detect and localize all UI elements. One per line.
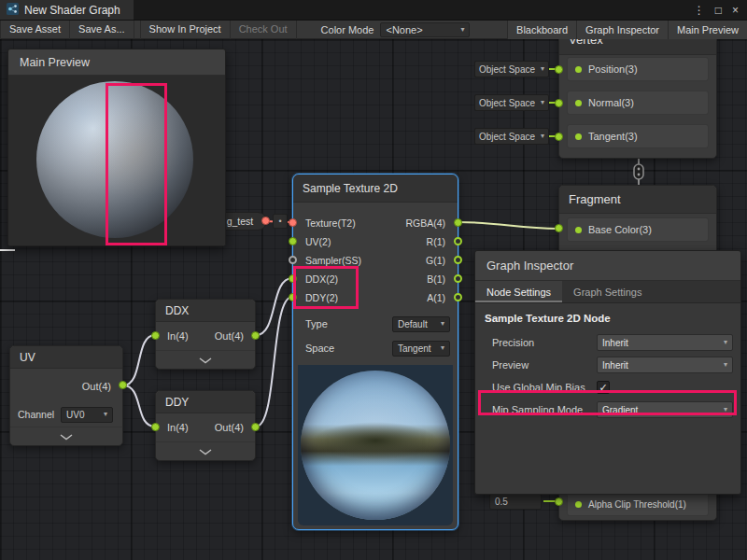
vertex-node-header[interactable]: Vertex xyxy=(559,39,716,55)
property-out-port[interactable] xyxy=(261,217,270,225)
chevron-down-icon: ▾ xyxy=(541,65,544,73)
ddx-collapse-button[interactable] xyxy=(156,350,255,369)
vertex-position-port[interactable] xyxy=(555,65,563,74)
main-preview-toggle[interactable]: Main Preview xyxy=(668,21,747,39)
base-color-slot-label: Base Color(3) xyxy=(588,224,652,235)
mip-sampling-mode-dropdown[interactable]: Gradient ▾ xyxy=(597,401,733,418)
fragment-alphaclip-port[interactable] xyxy=(555,497,563,506)
vertex-fragment-link-icon xyxy=(634,164,643,179)
uv-node-header[interactable]: UV xyxy=(10,346,122,369)
chevron-down-icon: ▾ xyxy=(441,344,444,352)
show-in-project-button[interactable]: Show In Project xyxy=(140,21,231,39)
toolbar: Save Asset Save As... Show In Project Ch… xyxy=(0,21,747,39)
main-preview-panel[interactable]: Main Preview xyxy=(7,49,226,246)
sample-texture-preview xyxy=(298,365,453,525)
tab-graph-settings[interactable]: Graph Settings xyxy=(562,281,653,302)
collapse-chevron-icon xyxy=(198,448,213,455)
uv-out-label: Out(4) xyxy=(82,381,111,392)
g-output-port[interactable] xyxy=(454,256,462,264)
color-mode-label: Color Mode xyxy=(297,24,381,35)
vertex-tangent-port[interactable] xyxy=(555,133,563,141)
uv-input-port[interactable] xyxy=(289,237,297,245)
normal-space-dropdown[interactable]: Object Space▾ xyxy=(474,94,549,111)
chevron-down-icon: ▾ xyxy=(104,411,107,418)
uv-channel-dropdown[interactable]: UV0 ▾ xyxy=(61,407,113,423)
save-as-button[interactable]: Save As... xyxy=(70,21,134,39)
blackboard-toggle[interactable]: Blackboard xyxy=(507,21,576,39)
uv-collapse-button[interactable] xyxy=(10,427,122,445)
sampler-input-port[interactable] xyxy=(289,256,297,264)
wire-ddx-to-sample[interactable] xyxy=(256,278,292,335)
kebab-menu-icon[interactable]: ⋮ xyxy=(694,4,705,17)
uv-out-port[interactable] xyxy=(119,381,127,389)
port-dot-icon xyxy=(575,227,582,233)
port-dot-icon xyxy=(575,133,582,140)
vertex-normal-port[interactable] xyxy=(555,99,563,107)
rgba-output-port[interactable] xyxy=(454,218,462,227)
graph-inspector-toggle[interactable]: Graph Inspector xyxy=(576,21,668,39)
sample-texture-node-header[interactable]: Sample Texture 2D xyxy=(293,175,458,203)
alpha-clip-value: 0.5 xyxy=(495,497,508,507)
main-preview-sphere xyxy=(36,81,193,238)
ddy-input-port[interactable] xyxy=(289,293,297,301)
alpha-clip-value-field[interactable]: 0.5 xyxy=(489,494,542,510)
alpha-clip-slot-label: Alpha Clip Threshold(1) xyxy=(588,499,686,510)
type-label: Type xyxy=(305,318,328,329)
mip-sampling-mode-value: Gradient xyxy=(602,405,638,415)
r-output-port[interactable] xyxy=(454,237,462,245)
space-dropdown[interactable]: Tangent ▾ xyxy=(392,341,450,357)
port-dot-icon xyxy=(575,501,582,508)
ddy-node[interactable]: DDY In(4) Out(4) xyxy=(155,390,256,461)
ddx-in-port[interactable] xyxy=(151,331,160,340)
wire-uv-to-ddx[interactable] xyxy=(123,335,155,385)
a-output-port[interactable] xyxy=(454,293,462,301)
vertex-node[interactable]: Vertex Position(3) Normal(3) Tangent(3) xyxy=(558,39,717,159)
ddx-out-port[interactable] xyxy=(251,331,260,340)
type-dropdown[interactable]: Default ▾ xyxy=(392,316,450,332)
chevron-down-icon: ▾ xyxy=(724,406,727,413)
tab-node-settings[interactable]: Node Settings xyxy=(475,281,562,302)
property-preview-toggle[interactable]: • xyxy=(273,214,288,229)
ddy-collapse-button[interactable] xyxy=(156,441,255,460)
space-label: Space xyxy=(305,343,334,354)
preview-dropdown[interactable]: Inherit ▾ xyxy=(597,357,733,373)
save-asset-button[interactable]: Save Asset xyxy=(0,21,70,39)
graph-inspector-panel[interactable]: Graph Inspector Node Settings Graph Sett… xyxy=(474,250,741,495)
ddy-in-port[interactable] xyxy=(151,423,160,431)
ddy-node-header[interactable]: DDY xyxy=(156,391,255,413)
close-icon[interactable]: × xyxy=(732,4,739,17)
link-dot-bottom xyxy=(638,174,641,176)
maximize-icon[interactable]: □ xyxy=(715,4,722,17)
texture-input-port[interactable] xyxy=(289,218,297,227)
main-preview-header[interactable]: Main Preview xyxy=(8,49,225,76)
fragment-basecolor-port[interactable] xyxy=(555,224,563,232)
color-mode-value: <None> xyxy=(386,24,422,35)
use-global-mip-bias-label: Use Global Mip Bias xyxy=(492,382,597,393)
position-space-value: Object Space xyxy=(479,64,535,75)
uv-node[interactable]: UV Out(4) Channel UV0 ▾ xyxy=(9,345,123,446)
chevron-down-icon: ▾ xyxy=(541,133,544,140)
sample-texture-2d-node[interactable]: Sample Texture 2D Texture(T2) UV(2) Samp… xyxy=(292,174,458,530)
window-tab[interactable]: New Shader Graph xyxy=(0,0,134,20)
precision-label: Precision xyxy=(492,337,597,348)
ddx-input-port[interactable] xyxy=(289,274,297,283)
wire-ddy-to-sample[interactable] xyxy=(256,297,292,427)
wire-rgba-to-basecolor[interactable] xyxy=(458,222,558,229)
b-output-label: B(1) xyxy=(427,273,445,285)
r-output-label: R(1) xyxy=(427,236,445,247)
precision-dropdown[interactable]: Inherit ▾ xyxy=(597,334,733,351)
b-output-port[interactable] xyxy=(454,274,462,283)
graph-canvas[interactable]: UV Out(4) Channel UV0 ▾ DDX In(4) Out(4) xyxy=(0,39,747,560)
wire-uv-to-ddy[interactable] xyxy=(123,385,155,427)
ddx-node[interactable]: DDX In(4) Out(4) xyxy=(155,299,256,370)
rgba-output-label: RGBA(4) xyxy=(405,217,445,229)
use-global-mip-bias-checkbox[interactable]: ✓ xyxy=(597,381,610,394)
graph-inspector-header[interactable]: Graph Inspector xyxy=(475,251,740,281)
collapse-chevron-icon xyxy=(198,357,213,364)
ddx-node-header[interactable]: DDX xyxy=(156,300,255,322)
tangent-space-dropdown[interactable]: Object Space▾ xyxy=(474,128,549,145)
color-mode-dropdown[interactable]: <None> ▾ xyxy=(380,22,470,37)
position-space-dropdown[interactable]: Object Space▾ xyxy=(474,61,549,77)
fragment-node-header[interactable]: Fragment xyxy=(559,186,716,214)
ddy-out-port[interactable] xyxy=(251,423,260,431)
